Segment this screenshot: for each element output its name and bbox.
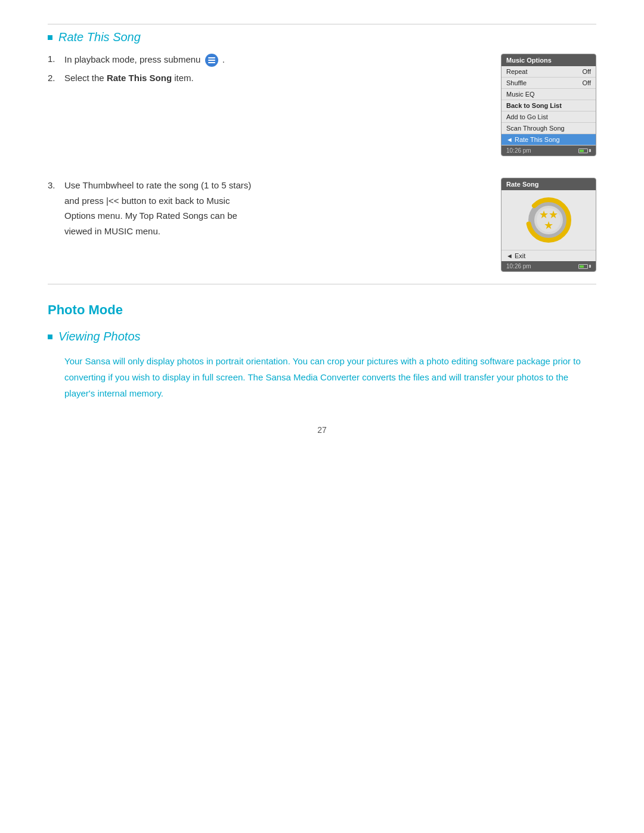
menu-item-music-eq: Music EQ <box>501 89 596 100</box>
viewing-photos-heading: Viewing Photos <box>48 330 596 343</box>
bullet-icon <box>48 35 52 40</box>
music-options-screen: Music Options RepeatOff ShuffleOff Music… <box>501 54 596 166</box>
page-number: 27 <box>48 425 596 435</box>
device-screen-rate-song: Rate Song <box>501 178 596 272</box>
device-header-music-options: Music Options <box>501 54 596 66</box>
rate-song-body: ★★★ <box>501 190 596 250</box>
exit-label: Exit <box>515 252 525 259</box>
step-3-content: Use Thumbwheel to rate the song (1 to 5 … <box>64 178 251 239</box>
menu-item-back-to-song-list: Back to Song List <box>501 100 596 112</box>
rate-exit-row: ◄ Exit <box>501 250 596 261</box>
step-3-row: 3. Use Thumbwheel to rate the song (1 to… <box>48 178 596 272</box>
photo-mode-section: Photo Mode Viewing Photos Your Sansa wil… <box>48 302 596 401</box>
step-2-num: 2. <box>48 73 60 83</box>
menu-lines-icon <box>208 57 215 63</box>
step-1: 1. In playback mode, press submenu . <box>48 54 477 67</box>
menu-item-add-to-go: Add to Go List <box>501 112 596 123</box>
step-1-num: 1. <box>48 54 60 64</box>
photo-mode-title: Photo Mode <box>48 302 596 318</box>
step-2-text: Select the Rate This Song item. <box>64 73 194 83</box>
steps-1-2-row: 1. In playback mode, press submenu . <box>48 54 596 166</box>
menu-item-rate-this-song: ◄ Rate This Song <box>501 134 596 145</box>
exit-arrow: ◄ <box>506 252 515 259</box>
step-1-text: In playback mode, press submenu . <box>64 54 225 67</box>
rate-this-song-heading: Rate This Song <box>48 30 596 44</box>
submenu-icon <box>205 54 218 67</box>
viewing-photos-body: Your Sansa will only display photos in p… <box>64 353 596 401</box>
rate-this-song-section: Rate This Song 1. In playback mode, pres… <box>48 24 596 284</box>
device-screen-music-options: Music Options RepeatOff ShuffleOff Music… <box>501 54 596 156</box>
step-3-text: 3. Use Thumbwheel to rate the song (1 to… <box>48 178 477 272</box>
battery-icon <box>578 148 591 153</box>
steps-1-2-text: 1. In playback mode, press submenu . <box>48 54 477 166</box>
menu-item-repeat: RepeatOff <box>501 66 596 78</box>
device-footer-music-options: 10:26 pm <box>501 145 596 156</box>
steps-list: 1. In playback mode, press submenu . <box>48 54 477 83</box>
step-3-li: 3. Use Thumbwheel to rate the song (1 to… <box>48 178 477 239</box>
bullet-icon-2 <box>48 335 52 339</box>
battery-icon-rate <box>578 264 591 269</box>
step-2: 2. Select the Rate This Song item. <box>48 73 477 83</box>
rate-song-header: Rate Song <box>501 178 596 190</box>
rate-this-song-title: Rate This Song <box>58 30 141 44</box>
rate-song-screen: Rate Song <box>501 178 596 272</box>
rate-circle: ★★★ <box>525 196 572 244</box>
device-footer-rate-song: 10:26 pm <box>501 261 596 271</box>
menu-item-shuffle: ShuffleOff <box>501 78 596 89</box>
step-2-bold: Rate This Song <box>107 73 172 83</box>
viewing-photos-title: Viewing Photos <box>58 330 141 343</box>
menu-item-scan-through-song: Scan Through Song <box>501 123 596 134</box>
stars-rating: ★★★ <box>539 209 558 231</box>
step-3-num: 3. <box>48 178 60 239</box>
